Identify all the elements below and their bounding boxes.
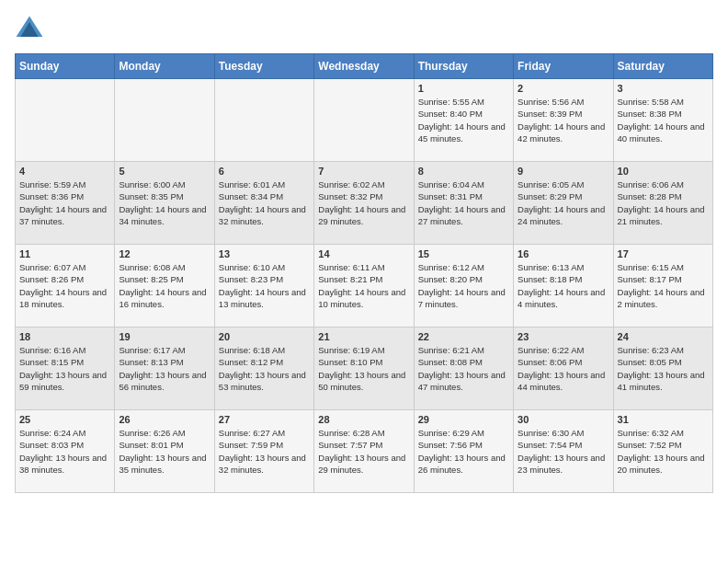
- week-row-4: 18Sunrise: 6:16 AM Sunset: 8:15 PM Dayli…: [16, 327, 713, 410]
- day-cell: 24Sunrise: 6:23 AM Sunset: 8:05 PM Dayli…: [613, 327, 712, 410]
- day-info: Sunrise: 6:22 AM Sunset: 8:06 PM Dayligh…: [518, 344, 609, 393]
- day-cell: 15Sunrise: 6:12 AM Sunset: 8:20 PM Dayli…: [414, 245, 513, 327]
- logo-icon: [15, 15, 44, 44]
- day-cell: 26Sunrise: 6:26 AM Sunset: 8:01 PM Dayli…: [115, 410, 214, 493]
- day-cell: 5Sunrise: 6:00 AM Sunset: 8:35 PM Daylig…: [115, 162, 214, 245]
- day-cell: 21Sunrise: 6:19 AM Sunset: 8:10 PM Dayli…: [314, 327, 414, 410]
- day-number: 6: [219, 166, 310, 177]
- day-cell: 17Sunrise: 6:15 AM Sunset: 8:17 PM Dayli…: [613, 245, 712, 327]
- day-number: 3: [618, 83, 709, 94]
- day-info: Sunrise: 6:21 AM Sunset: 8:08 PM Dayligh…: [418, 344, 509, 393]
- calendar-header-row: SundayMondayTuesdayWednesdayThursdayFrid…: [16, 54, 713, 79]
- day-info: Sunrise: 6:29 AM Sunset: 7:56 PM Dayligh…: [418, 427, 509, 476]
- day-cell: 22Sunrise: 6:21 AM Sunset: 8:08 PM Dayli…: [414, 327, 513, 410]
- week-row-1: 1Sunrise: 5:55 AM Sunset: 8:40 PM Daylig…: [16, 79, 713, 162]
- day-cell: 25Sunrise: 6:24 AM Sunset: 8:03 PM Dayli…: [16, 410, 115, 493]
- day-number: 30: [518, 414, 609, 425]
- logo: [15, 15, 48, 44]
- day-cell: 29Sunrise: 6:29 AM Sunset: 7:56 PM Dayli…: [414, 410, 513, 493]
- day-number: 26: [119, 414, 210, 425]
- day-number: 10: [618, 166, 709, 177]
- day-cell: 23Sunrise: 6:22 AM Sunset: 8:06 PM Dayli…: [514, 327, 613, 410]
- day-info: Sunrise: 6:26 AM Sunset: 8:01 PM Dayligh…: [119, 427, 210, 476]
- day-info: Sunrise: 6:32 AM Sunset: 7:52 PM Dayligh…: [618, 427, 709, 476]
- week-row-5: 25Sunrise: 6:24 AM Sunset: 8:03 PM Dayli…: [16, 410, 713, 493]
- day-number: 28: [318, 414, 409, 425]
- day-cell: 12Sunrise: 6:08 AM Sunset: 8:25 PM Dayli…: [115, 245, 214, 327]
- day-info: Sunrise: 6:07 AM Sunset: 8:26 PM Dayligh…: [19, 261, 110, 310]
- week-row-2: 4Sunrise: 5:59 AM Sunset: 8:36 PM Daylig…: [16, 162, 713, 245]
- day-info: Sunrise: 6:24 AM Sunset: 8:03 PM Dayligh…: [19, 427, 110, 476]
- day-number: 16: [518, 248, 609, 259]
- day-number: 15: [418, 248, 509, 259]
- day-number: 11: [19, 248, 110, 259]
- day-info: Sunrise: 6:16 AM Sunset: 8:15 PM Dayligh…: [19, 344, 110, 393]
- day-number: 20: [219, 331, 310, 342]
- day-info: Sunrise: 6:18 AM Sunset: 8:12 PM Dayligh…: [219, 344, 310, 393]
- header-monday: Monday: [115, 54, 214, 79]
- day-info: Sunrise: 6:01 AM Sunset: 8:34 PM Dayligh…: [219, 178, 310, 227]
- header-friday: Friday: [514, 54, 613, 79]
- header-tuesday: Tuesday: [214, 54, 313, 79]
- day-info: Sunrise: 6:12 AM Sunset: 8:20 PM Dayligh…: [418, 261, 509, 310]
- header: [15, 15, 713, 44]
- day-cell: 28Sunrise: 6:28 AM Sunset: 7:57 PM Dayli…: [314, 410, 414, 493]
- day-info: Sunrise: 6:05 AM Sunset: 8:29 PM Dayligh…: [518, 178, 609, 227]
- day-info: Sunrise: 6:17 AM Sunset: 8:13 PM Dayligh…: [119, 344, 210, 393]
- day-info: Sunrise: 6:27 AM Sunset: 7:59 PM Dayligh…: [219, 427, 310, 476]
- day-info: Sunrise: 6:04 AM Sunset: 8:31 PM Dayligh…: [418, 178, 509, 227]
- day-cell: 18Sunrise: 6:16 AM Sunset: 8:15 PM Dayli…: [16, 327, 115, 410]
- day-number: 14: [318, 248, 409, 259]
- day-cell: 16Sunrise: 6:13 AM Sunset: 8:18 PM Dayli…: [514, 245, 613, 327]
- day-info: Sunrise: 6:19 AM Sunset: 8:10 PM Dayligh…: [318, 344, 409, 393]
- calendar-table: SundayMondayTuesdayWednesdayThursdayFrid…: [15, 53, 713, 493]
- day-cell: 6Sunrise: 6:01 AM Sunset: 8:34 PM Daylig…: [214, 162, 313, 245]
- day-info: Sunrise: 6:15 AM Sunset: 8:17 PM Dayligh…: [618, 261, 709, 310]
- header-thursday: Thursday: [414, 54, 513, 79]
- day-cell: 11Sunrise: 6:07 AM Sunset: 8:26 PM Dayli…: [16, 245, 115, 327]
- day-number: 2: [518, 83, 609, 94]
- day-number: 24: [618, 331, 709, 342]
- header-saturday: Saturday: [613, 54, 712, 79]
- day-cell: [115, 79, 214, 162]
- day-cell: 14Sunrise: 6:11 AM Sunset: 8:21 PM Dayli…: [314, 245, 414, 327]
- day-cell: 3Sunrise: 5:58 AM Sunset: 8:38 PM Daylig…: [613, 79, 712, 162]
- day-cell: [16, 79, 115, 162]
- day-cell: 31Sunrise: 6:32 AM Sunset: 7:52 PM Dayli…: [613, 410, 712, 493]
- day-cell: 4Sunrise: 5:59 AM Sunset: 8:36 PM Daylig…: [16, 162, 115, 245]
- day-number: 19: [119, 331, 210, 342]
- day-number: 4: [19, 166, 110, 177]
- day-info: Sunrise: 6:23 AM Sunset: 8:05 PM Dayligh…: [618, 344, 709, 393]
- day-number: 1: [418, 83, 509, 94]
- day-cell: 20Sunrise: 6:18 AM Sunset: 8:12 PM Dayli…: [214, 327, 313, 410]
- day-number: 22: [418, 331, 509, 342]
- day-cell: 8Sunrise: 6:04 AM Sunset: 8:31 PM Daylig…: [414, 162, 513, 245]
- day-cell: [214, 79, 313, 162]
- day-info: Sunrise: 6:28 AM Sunset: 7:57 PM Dayligh…: [318, 427, 409, 476]
- day-number: 27: [219, 414, 310, 425]
- day-info: Sunrise: 6:00 AM Sunset: 8:35 PM Dayligh…: [119, 178, 210, 227]
- day-cell: 19Sunrise: 6:17 AM Sunset: 8:13 PM Dayli…: [115, 327, 214, 410]
- day-cell: 10Sunrise: 6:06 AM Sunset: 8:28 PM Dayli…: [613, 162, 712, 245]
- day-cell: 2Sunrise: 5:56 AM Sunset: 8:39 PM Daylig…: [514, 79, 613, 162]
- day-info: Sunrise: 6:02 AM Sunset: 8:32 PM Dayligh…: [318, 178, 409, 227]
- day-info: Sunrise: 6:06 AM Sunset: 8:28 PM Dayligh…: [618, 178, 709, 227]
- day-info: Sunrise: 6:11 AM Sunset: 8:21 PM Dayligh…: [318, 261, 409, 310]
- day-info: Sunrise: 6:10 AM Sunset: 8:23 PM Dayligh…: [219, 261, 310, 310]
- header-sunday: Sunday: [16, 54, 115, 79]
- day-number: 23: [518, 331, 609, 342]
- day-cell: 9Sunrise: 6:05 AM Sunset: 8:29 PM Daylig…: [514, 162, 613, 245]
- day-cell: 27Sunrise: 6:27 AM Sunset: 7:59 PM Dayli…: [214, 410, 313, 493]
- day-info: Sunrise: 6:30 AM Sunset: 7:54 PM Dayligh…: [518, 427, 609, 476]
- day-number: 12: [119, 248, 210, 259]
- day-number: 18: [19, 331, 110, 342]
- day-number: 9: [518, 166, 609, 177]
- day-info: Sunrise: 6:13 AM Sunset: 8:18 PM Dayligh…: [518, 261, 609, 310]
- day-info: Sunrise: 6:08 AM Sunset: 8:25 PM Dayligh…: [119, 261, 210, 310]
- day-number: 7: [318, 166, 409, 177]
- day-cell: 7Sunrise: 6:02 AM Sunset: 8:32 PM Daylig…: [314, 162, 414, 245]
- week-row-3: 11Sunrise: 6:07 AM Sunset: 8:26 PM Dayli…: [16, 245, 713, 327]
- day-cell: 30Sunrise: 6:30 AM Sunset: 7:54 PM Dayli…: [514, 410, 613, 493]
- day-number: 13: [219, 248, 310, 259]
- day-cell: 1Sunrise: 5:55 AM Sunset: 8:40 PM Daylig…: [414, 79, 513, 162]
